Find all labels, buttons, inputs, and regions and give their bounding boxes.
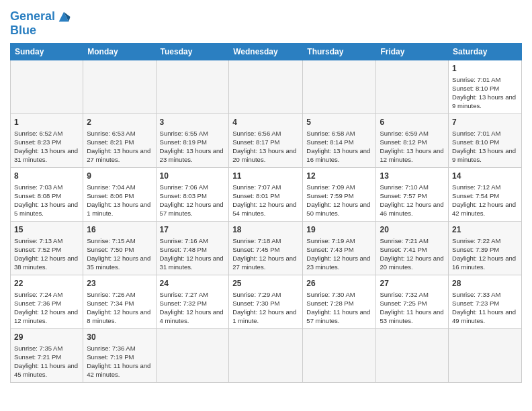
calendar-cell: 9Sunrise: 7:04 AMSunset: 8:06 PMDaylight… (83, 167, 156, 221)
day-number: 18 (232, 224, 299, 236)
sunrise-text: Sunrise: 7:36 AM (87, 345, 135, 352)
calendar-cell: 7Sunrise: 7:01 AMSunset: 8:10 PMDaylight… (449, 113, 522, 167)
sunset-text: Sunset: 8:10 PM (452, 85, 499, 92)
daylight-text: Daylight: 13 hours and 16 minutes. (306, 147, 370, 163)
sunset-text: Sunset: 7:39 PM (452, 246, 499, 253)
day-number: 21 (452, 224, 518, 236)
calendar-cell: 16Sunrise: 7:15 AMSunset: 7:50 PMDayligh… (83, 221, 156, 275)
calendar-cell (303, 60, 376, 113)
calendar-cell: 4Sunrise: 6:56 AMSunset: 8:17 PMDaylight… (229, 113, 303, 167)
daylight-text: Daylight: 11 hours and 49 minutes. (452, 308, 516, 324)
calendar-week-row: 29Sunrise: 7:35 AMSunset: 7:21 PMDayligh… (11, 328, 522, 382)
calendar-cell: 2Sunrise: 6:53 AMSunset: 8:21 PMDaylight… (83, 113, 156, 167)
calendar-cell (156, 60, 229, 113)
day-number: 22 (14, 278, 79, 289)
day-number: 14 (452, 171, 518, 182)
calendar-cell: 22Sunrise: 7:24 AMSunset: 7:36 PMDayligh… (11, 275, 83, 328)
calendar-cell: 8Sunrise: 7:03 AMSunset: 8:08 PMDaylight… (11, 167, 83, 221)
calendar-cell (376, 328, 449, 382)
sunrise-text: Sunrise: 7:30 AM (306, 291, 355, 298)
sunset-text: Sunset: 7:45 PM (232, 246, 279, 253)
calendar-cell: 3Sunrise: 6:55 AMSunset: 8:19 PMDaylight… (156, 113, 229, 167)
day-number: 30 (87, 332, 152, 343)
daylight-text: Daylight: 11 hours and 45 minutes. (14, 362, 78, 378)
sunrise-text: Sunrise: 7:07 AM (232, 183, 281, 191)
sunset-text: Sunset: 7:21 PM (14, 353, 61, 361)
calendar-cell: 28Sunrise: 7:33 AMSunset: 7:23 PMDayligh… (449, 275, 522, 328)
weekday-header: Monday (83, 43, 156, 60)
sunrise-text: Sunrise: 7:16 AM (160, 237, 208, 244)
sunset-text: Sunset: 8:17 PM (232, 138, 279, 146)
day-number: 28 (452, 278, 518, 289)
sunrise-text: Sunrise: 7:24 AM (14, 291, 62, 298)
sunset-text: Sunset: 7:54 PM (452, 192, 499, 199)
sunset-text: Sunset: 8:03 PM (160, 192, 207, 199)
daylight-text: Daylight: 12 hours and 23 minutes. (306, 255, 370, 271)
sunset-text: Sunset: 7:30 PM (232, 300, 279, 307)
sunset-text: Sunset: 7:25 PM (380, 300, 427, 307)
sunrise-text: Sunrise: 7:09 AM (306, 183, 355, 191)
calendar-cell: 21Sunrise: 7:22 AMSunset: 7:39 PMDayligh… (449, 221, 522, 275)
sunset-text: Sunset: 8:21 PM (87, 138, 134, 146)
daylight-text: Daylight: 13 hours and 9 minutes. (452, 147, 516, 163)
day-number: 1 (452, 63, 518, 75)
daylight-text: Daylight: 12 hours and 38 minutes. (14, 255, 78, 271)
calendar-cell: 20Sunrise: 7:21 AMSunset: 7:41 PMDayligh… (376, 221, 449, 275)
daylight-text: Daylight: 12 hours and 31 minutes. (160, 255, 224, 271)
sunrise-text: Sunrise: 7:33 AM (452, 291, 500, 298)
sunset-text: Sunset: 7:57 PM (380, 192, 427, 199)
sunrise-text: Sunrise: 7:01 AM (452, 130, 500, 137)
sunrise-text: Sunrise: 6:55 AM (160, 130, 208, 137)
day-number: 4 (232, 117, 299, 128)
sunset-text: Sunset: 8:12 PM (380, 138, 427, 146)
daylight-text: Daylight: 12 hours and 1 minute. (232, 308, 296, 324)
sunset-text: Sunset: 7:43 PM (306, 246, 353, 253)
sunset-text: Sunset: 7:28 PM (306, 300, 353, 307)
daylight-text: Daylight: 12 hours and 12 minutes. (14, 308, 78, 324)
calendar-cell (83, 60, 156, 113)
daylight-text: Daylight: 13 hours and 1 minute. (87, 201, 150, 217)
sunset-text: Sunset: 8:06 PM (87, 192, 134, 199)
daylight-text: Daylight: 12 hours and 16 minutes. (452, 255, 516, 271)
daylight-text: Daylight: 13 hours and 20 minutes. (232, 147, 296, 163)
logo-icon (56, 9, 71, 24)
calendar-cell: 19Sunrise: 7:19 AMSunset: 7:43 PMDayligh… (303, 221, 376, 275)
daylight-text: Daylight: 12 hours and 4 minutes. (160, 308, 224, 324)
sunrise-text: Sunrise: 7:01 AM (452, 76, 500, 83)
sunset-text: Sunset: 7:32 PM (160, 300, 207, 307)
daylight-text: Daylight: 12 hours and 20 minutes. (380, 255, 443, 271)
sunrise-text: Sunrise: 6:56 AM (232, 130, 281, 137)
calendar-cell: 15Sunrise: 7:13 AMSunset: 7:52 PMDayligh… (11, 221, 83, 275)
day-number: 11 (232, 171, 299, 182)
daylight-text: Daylight: 13 hours and 12 minutes. (380, 147, 443, 163)
sunrise-text: Sunrise: 7:10 AM (380, 183, 428, 191)
sunrise-text: Sunrise: 7:13 AM (14, 237, 62, 244)
sunrise-text: Sunrise: 7:12 AM (452, 183, 500, 191)
daylight-text: Daylight: 12 hours and 50 minutes. (306, 201, 370, 217)
day-number: 24 (160, 278, 226, 289)
calendar-cell: 17Sunrise: 7:16 AMSunset: 7:48 PMDayligh… (156, 221, 229, 275)
daylight-text: Daylight: 12 hours and 54 minutes. (232, 201, 296, 217)
sunset-text: Sunset: 7:52 PM (14, 246, 61, 253)
day-number: 3 (160, 117, 226, 128)
day-number: 16 (87, 224, 152, 236)
logo: General Blue (10, 9, 71, 38)
day-number: 10 (160, 171, 226, 182)
calendar-cell: 29Sunrise: 7:35 AMSunset: 7:21 PMDayligh… (11, 328, 83, 382)
calendar-cell (449, 328, 522, 382)
calendar-cell: 23Sunrise: 7:26 AMSunset: 7:34 PMDayligh… (83, 275, 156, 328)
sunrise-text: Sunrise: 7:18 AM (232, 237, 281, 244)
sunrise-text: Sunrise: 6:59 AM (380, 130, 428, 137)
day-number: 25 (232, 278, 299, 289)
daylight-text: Daylight: 13 hours and 5 minutes. (14, 201, 78, 217)
day-number: 2 (87, 117, 152, 128)
sunset-text: Sunset: 7:36 PM (14, 300, 61, 307)
day-number: 17 (160, 224, 226, 236)
sunrise-text: Sunrise: 7:21 AM (380, 237, 428, 244)
weekday-header-row: SundayMondayTuesdayWednesdayThursdayFrid… (11, 43, 522, 60)
daylight-text: Daylight: 11 hours and 42 minutes. (87, 362, 150, 378)
daylight-text: Daylight: 12 hours and 57 minutes. (160, 201, 224, 217)
calendar-week-row: 1Sunrise: 7:01 AMSunset: 8:10 PMDaylight… (11, 60, 522, 113)
day-number: 9 (87, 171, 152, 182)
daylight-text: Daylight: 12 hours and 35 minutes. (87, 255, 150, 271)
